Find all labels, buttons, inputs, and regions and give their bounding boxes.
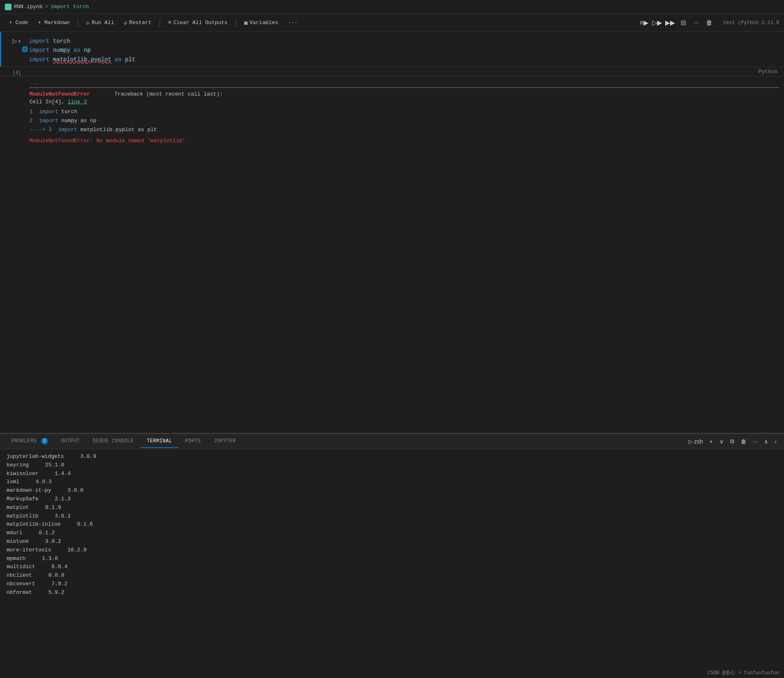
shell-icon: ▷ (688, 438, 693, 445)
package-row: jupyterlab-widgets3.0.9 (7, 453, 777, 461)
keyword-import-2: import (29, 46, 49, 55)
new-terminal-btn[interactable]: + (707, 437, 715, 446)
error-type: ModuleNotFoundError (29, 91, 90, 97)
restart-icon: ↺ (124, 20, 127, 26)
clear-all-outputs-button[interactable]: ≡ Clear All Outputs (164, 18, 232, 27)
package-row: MarkupSafe2.1.3 (7, 495, 777, 504)
variables-icon: ▦ (244, 20, 247, 26)
cell-delete-btn[interactable]: 🗑 (704, 17, 715, 29)
toolbar-right: ≡▶ ▷▶ ▶▶ ⊟ ··· 🗑 test (Python 3.11.0 (638, 17, 779, 29)
pkg-version: 10.2.0 (67, 546, 87, 555)
pkg-name: multidict (7, 563, 35, 571)
error-link[interactable]: line 3 (68, 99, 87, 105)
pkg-name: matplotlib (7, 512, 38, 521)
panel-toolbar: ▷ zsh + ∨ ⧉ 🗑 ··· ∧ › (686, 437, 779, 446)
cell-run-btn[interactable]: ▷▶ (651, 17, 663, 29)
pkg-version: 1.4.4 (55, 470, 71, 478)
pkg-version: 3.0.2 (45, 537, 61, 546)
pkg-name: mpmath (7, 555, 26, 563)
pkg-version: 3.0.0 (67, 486, 83, 495)
pkg-name: nbclient (7, 571, 32, 580)
alias-plt: plt (125, 55, 135, 64)
breadcrumb-separator: > (45, 4, 48, 10)
error-code-line-2: 2 import numpy as np (29, 116, 779, 125)
cell-execute-above-btn[interactable]: ≡▶ (638, 17, 650, 29)
package-row: mpmath1.3.0 (7, 555, 777, 563)
run-all-button[interactable]: ▷ Run All (82, 18, 118, 28)
tab-ports[interactable]: PORTS (178, 435, 207, 448)
pkg-name: matplot (7, 504, 29, 512)
kw-import-2: import (39, 118, 58, 124)
package-row: mistune3.0.2 (7, 537, 777, 546)
kill-terminal-btn[interactable]: 🗑 (738, 437, 749, 446)
pkg-name: matplotlib-inline (7, 520, 61, 529)
package-row: matplotlib-inline0.1.6 (7, 520, 777, 529)
run-cell-button[interactable]: ▷ ∨ (11, 37, 22, 45)
module-matplotlib: matplotlib.pyplot (53, 55, 111, 64)
module-torch: torch (53, 37, 70, 46)
tab-problems[interactable]: PROBLEMS 1 (5, 435, 54, 448)
pkg-version: 4.9.3 (36, 478, 51, 486)
package-row: mdurl0.1.2 (7, 529, 777, 537)
package-row: nbclient0.8.0 (7, 571, 777, 580)
cell-code[interactable]: import torch 🌐 import numpy as np import… (26, 34, 784, 67)
pkg-name: kiwisolver (7, 470, 38, 478)
more-button[interactable]: ··· (284, 18, 301, 27)
toolbar-separator (78, 19, 78, 27)
cell-more-btn[interactable]: ··· (690, 17, 702, 29)
terminal-shell-btn[interactable]: ▷ zsh (686, 437, 706, 446)
problems-badge: 1 (41, 438, 48, 444)
kw-import-3: import (58, 127, 77, 133)
toolbar-separator-3 (236, 19, 236, 27)
panel-tab-bar: PROBLEMS 1 OUTPUT DEBUG CONSOLE TERMINAL… (0, 434, 784, 449)
pkg-name: mdurl (7, 529, 22, 537)
tab-terminal[interactable]: TERMINAL (140, 435, 179, 448)
package-row: lxml4.9.3 (7, 478, 777, 486)
code-matplotlib: matplotlib.pyplot as plt (80, 127, 157, 133)
split-terminal-btn[interactable]: ⧉ (728, 437, 737, 446)
output-area: ... ModuleNotFoundError Traceback (most … (0, 76, 784, 147)
output-gutter: [4] (0, 67, 24, 76)
tab-jupyter[interactable]: JUPYTER (207, 435, 243, 448)
error-code-line-3: ----> 3 import matplotlib.pyplot as plt (29, 125, 779, 134)
run-all-icon: ▷ (87, 20, 90, 26)
notebook-toolbar: + Code + Markdown ▷ Run All ↺ Restart ≡ … (0, 14, 784, 32)
package-row: more-itertools10.2.0 (7, 546, 777, 555)
tab-output[interactable]: OUTPUT (54, 435, 86, 448)
package-row: kiwisolver1.4.4 (7, 470, 777, 478)
line-num-3: 3 (49, 127, 52, 133)
alias-np: np (84, 46, 91, 55)
error-code-block: 1 import torch 2 import numpy as np ----… (29, 107, 779, 134)
notebook-icon (5, 4, 11, 10)
code-torch: torch (61, 109, 77, 115)
output-content-area (24, 67, 784, 76)
terminal-dropdown-btn[interactable]: ∨ (717, 437, 726, 446)
pkg-version: 0.1.2 (39, 529, 55, 537)
watermark: CSDN @里心 > funfunfunfun (708, 669, 779, 676)
close-panel-btn[interactable]: › (772, 437, 779, 446)
clear-icon: ≡ (168, 20, 172, 26)
keyword-import-3: import (29, 55, 49, 64)
add-markdown-button[interactable]: + Markdown (34, 18, 74, 27)
run-dropdown-icon: ∨ (18, 39, 21, 43)
pkg-name: more-itertools (7, 546, 51, 555)
pkg-version: 3.6.1 (55, 512, 71, 521)
pkg-name: jupyterlab-widgets (7, 453, 64, 461)
keyword-as-2: as (115, 55, 122, 64)
add-code-button[interactable]: + Code (5, 18, 32, 27)
tab-debug-console[interactable]: DEBUG CONSOLE (87, 435, 140, 448)
breadcrumb-file: RNN.ipynb (14, 4, 42, 10)
collapse-panel-btn[interactable]: ∧ (762, 437, 771, 446)
restart-button[interactable]: ↺ Restart (120, 18, 155, 28)
pkg-name: MarkupSafe (7, 495, 38, 504)
error-message: ModuleNotFoundError: No module named 'ma… (29, 138, 779, 144)
variables-button[interactable]: ▦ Variables (240, 18, 282, 28)
code-cell: ▷ ∨ import torch 🌐 import numpy as np im… (0, 32, 784, 67)
kw-import-1: import (39, 109, 58, 115)
more-terminal-btn[interactable]: ··· (751, 437, 760, 446)
arrow-indicator: ----> (29, 127, 49, 133)
cell-run-below-btn[interactable]: ▶▶ (664, 17, 676, 29)
cell-split-btn[interactable]: ⊟ (677, 17, 689, 29)
pkg-version: 6.0.4 (51, 563, 67, 571)
output-label: [4] (12, 70, 21, 76)
